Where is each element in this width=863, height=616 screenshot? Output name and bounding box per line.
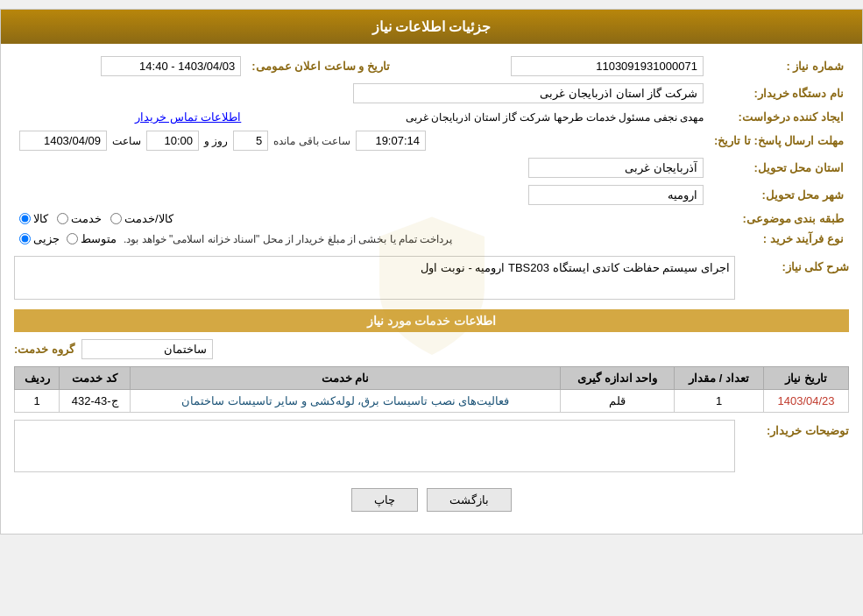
cell-unit: قلم [560, 390, 674, 413]
need-desc-label: شرح کلی نیاز: [744, 256, 849, 273]
city-box: ارومیه [528, 185, 704, 205]
category-kala-khadamat-radio[interactable] [110, 213, 122, 224]
creator-box: مهدی نجفی مسئول خدمات طرحها شرکت گاز است… [406, 111, 704, 124]
days-label: روز و [204, 135, 228, 147]
need-number-box: 1103091931000071 [511, 56, 704, 76]
col-unit: واحد اندازه گیری [560, 367, 674, 390]
category-khadamat-label: خدمت [71, 212, 102, 225]
buyer-notes-section: توضیحات خریدار: [14, 420, 849, 475]
announcement-value: 1403/04/03 - 14:40 [14, 53, 246, 80]
deadline-days-box: 5 [233, 131, 268, 151]
need-desc-section: شرح کلی نیاز: // Will be set via JS belo… [14, 256, 849, 302]
creator-value: مهدی نجفی مسئول خدمات طرحها شرکت گاز است… [246, 107, 709, 127]
col-service-name: نام خدمت [131, 367, 561, 390]
creator-label: ایجاد کننده درخواست: [709, 107, 849, 127]
city-value: ارومیه [14, 181, 709, 209]
buyer-notes-input-wrapper [14, 420, 735, 475]
buyer-notes-label: توضیحات خریدار: [744, 420, 849, 437]
col-service-code: کد خدمت [60, 367, 131, 390]
col-count-amount: تعداد / مقدار [675, 367, 764, 390]
category-label: طبقه بندی موضوعی: [709, 209, 849, 229]
need-number-value: 1103091931000071 [395, 53, 709, 80]
cell-count-amount: 1 [675, 390, 764, 413]
need-number-label: شماره نیاز : [709, 53, 849, 80]
category-khadamat-item[interactable]: خدمت [57, 212, 102, 225]
contact-info-link[interactable]: اطلاعات تماس خریدار [135, 110, 241, 124]
purchase-type-label: نوع فرآیند خرید : [709, 229, 849, 249]
buyer-org-box: شرکت گاز استان اذربایجان غربی [353, 83, 704, 103]
province-value: آذربایجان غربی [14, 154, 709, 181]
buyer-org-label: نام دستگاه خریدار: [709, 80, 849, 107]
remaining-label: ساعت باقی مانده [273, 135, 350, 147]
category-kala-khadamat-label: کالا/خدمت [124, 212, 173, 225]
purchase-motasat-item[interactable]: متوسط [67, 232, 117, 245]
cell-service-name: فعالیت‌های نصب تاسیسات برق، لوله‌کشی و س… [131, 390, 561, 413]
category-kala-item[interactable]: کالا [19, 212, 48, 225]
category-khadamat-radio[interactable] [57, 213, 68, 224]
province-box: آذربایجان غربی [528, 158, 704, 178]
services-table: تاریخ نیاز تعداد / مقدار واحد اندازه گیر… [14, 366, 849, 413]
service-group-value: ساختمان [81, 339, 213, 359]
buttons-row: بازگشت چاپ [14, 488, 849, 512]
buyer-org-value: شرکت گاز استان اذربایجان غربی [14, 80, 709, 107]
deadline-row: 19:07:14 ساعت باقی مانده 5 روز و 10:00 س… [14, 127, 709, 154]
cell-service-code: ج-43-432 [60, 390, 131, 413]
category-row: کالا/خدمت خدمت کالا [14, 209, 709, 229]
buyer-notes-textarea[interactable] [14, 420, 735, 472]
province-label: استان محل تحویل: [709, 154, 849, 181]
col-need-date: تاریخ نیاز [764, 367, 849, 390]
need-desc-input-wrapper: // Will be set via JS below after DOM re… [14, 256, 735, 302]
city-label: شهر محل تحویل: [709, 181, 849, 209]
deadline-time-box: 10:00 [146, 131, 199, 151]
info-table: شماره نیاز : 1103091931000071 تاریخ و سا… [14, 53, 849, 249]
time-label: ساعت [112, 135, 141, 147]
deadline-date-box: 1403/04/09 [19, 131, 107, 151]
table-row: 1403/04/23 1 قلم فعالیت‌های نصب تاسیسات … [15, 390, 849, 413]
purchase-type-row: پرداخت تمام یا بخشی از مبلغ خریدار از مح… [14, 229, 709, 249]
back-button[interactable]: بازگشت [427, 488, 512, 512]
service-group-row: ساختمان گروه خدمت: [14, 339, 849, 359]
service-group-label: گروه خدمت: [14, 343, 74, 356]
category-kala-label: کالا [33, 212, 48, 225]
purchase-jozii-label: جزیی [33, 232, 60, 245]
announcement-box: 1403/04/03 - 14:40 [101, 56, 241, 76]
cell-row-num: 1 [15, 390, 60, 413]
page-wrapper: جزئیات اطلاعات نیاز ATA شماره نیاز : 110… [0, 9, 863, 535]
deadline-remaining-box: 19:07:14 [356, 131, 426, 151]
purchase-jozii-item[interactable]: جزیی [19, 232, 60, 245]
deadline-label: مهلت ارسال پاسخ: تا تاریخ: [709, 127, 849, 154]
services-section-title: اطلاعات خدمات مورد نیاز [14, 309, 849, 332]
cell-need-date: 1403/04/23 [764, 390, 849, 413]
col-row-num: ردیف [15, 367, 60, 390]
need-desc-input[interactable] [14, 256, 735, 300]
category-kala-radio[interactable] [19, 213, 31, 224]
contact-info-link-cell: اطلاعات تماس خریدار [14, 107, 246, 127]
print-button[interactable]: چاپ [351, 488, 418, 512]
purchase-note: پرداخت تمام یا بخشی از مبلغ خریدار از مح… [124, 233, 452, 245]
announcement-label: تاریخ و ساعت اعلان عمومی: [246, 53, 395, 80]
page-title: جزئیات اطلاعات نیاز [372, 19, 492, 34]
purchase-motasat-label: متوسط [81, 232, 117, 245]
page-header: جزئیات اطلاعات نیاز [1, 10, 862, 44]
category-kala-khadamat-item[interactable]: کالا/خدمت [110, 212, 173, 225]
purchase-motasat-radio[interactable] [67, 233, 78, 244]
content-area: ATA شماره نیاز : 1103091931000071 تاریخ … [1, 44, 862, 534]
purchase-jozii-radio[interactable] [19, 233, 31, 244]
